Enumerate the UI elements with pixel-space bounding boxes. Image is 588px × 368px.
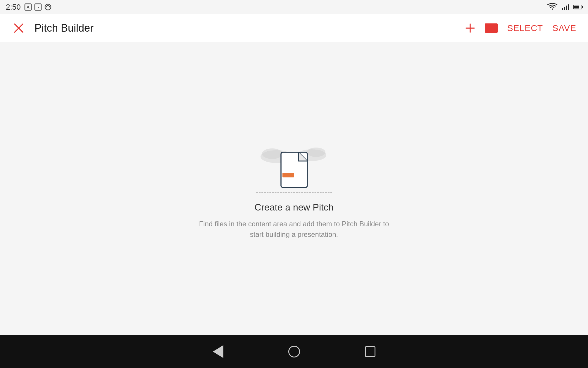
- close-button[interactable]: [12, 21, 26, 35]
- app-title: Pitch Builder: [35, 22, 94, 34]
- back-button[interactable]: [209, 343, 227, 360]
- add-button[interactable]: [465, 23, 475, 33]
- add-icon: [465, 23, 475, 33]
- sync-icon: [44, 3, 52, 11]
- status-bar: 2:50 A: [0, 0, 588, 14]
- home-button[interactable]: [285, 343, 303, 360]
- empty-state-title: Create a new Pitch: [254, 202, 333, 213]
- notification-icon: A: [24, 3, 32, 11]
- layout-icon: [485, 23, 498, 33]
- recent-button[interactable]: [361, 343, 379, 360]
- close-icon: [13, 23, 24, 33]
- svg-point-5: [45, 4, 51, 10]
- app-bar-right: SELECT SAVE: [465, 23, 576, 33]
- app-bar: Pitch Builder SELECT SAVE: [0, 14, 588, 42]
- status-bar-right: [547, 3, 582, 11]
- layout-button[interactable]: [485, 23, 498, 33]
- recent-icon: [365, 346, 375, 357]
- alarm-icon: [34, 3, 42, 11]
- signal-icon: [562, 4, 569, 10]
- main-content: Create a new Pitch Find files in the con…: [0, 42, 588, 335]
- battery-icon: [573, 5, 582, 9]
- empty-state-subtitle: Find files in the content area and add t…: [192, 219, 396, 240]
- nav-bar: [0, 335, 588, 368]
- status-icons: A: [24, 3, 52, 11]
- select-button[interactable]: SELECT: [507, 23, 543, 33]
- home-icon: [288, 346, 300, 357]
- svg-line-4: [38, 7, 39, 8]
- empty-state-illustration: [256, 138, 332, 196]
- svg-text:A: A: [27, 5, 30, 9]
- back-icon: [213, 345, 223, 358]
- app-bar-left: Pitch Builder: [12, 21, 94, 35]
- empty-state: Create a new Pitch Find files in the con…: [192, 138, 396, 240]
- wifi-icon: [547, 3, 558, 11]
- status-time: 2:50: [6, 3, 21, 12]
- save-button[interactable]: SAVE: [552, 23, 576, 33]
- svg-rect-15: [282, 173, 294, 177]
- status-bar-left: 2:50 A: [6, 3, 52, 12]
- document-icon: [277, 149, 312, 193]
